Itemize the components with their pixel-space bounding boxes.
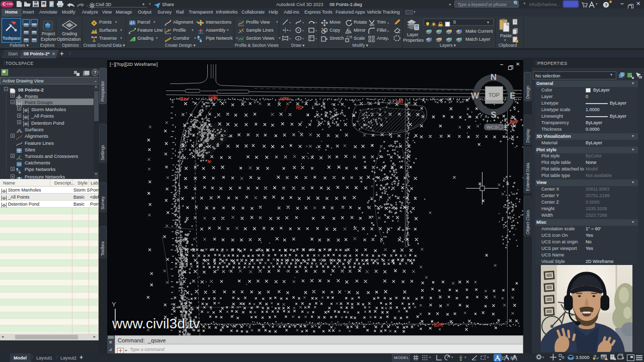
svg-text:E: E <box>510 91 515 101</box>
svg-text:N: N <box>491 72 497 82</box>
svg-text:?: ? <box>94 69 97 75</box>
svg-text:WCS: WCS <box>487 124 498 130</box>
svg-text:TOP: TOP <box>489 92 500 98</box>
svg-text:?: ? <box>605 3 608 8</box>
svg-text:S: S <box>491 110 496 120</box>
svg-text:W: W <box>471 91 479 101</box>
